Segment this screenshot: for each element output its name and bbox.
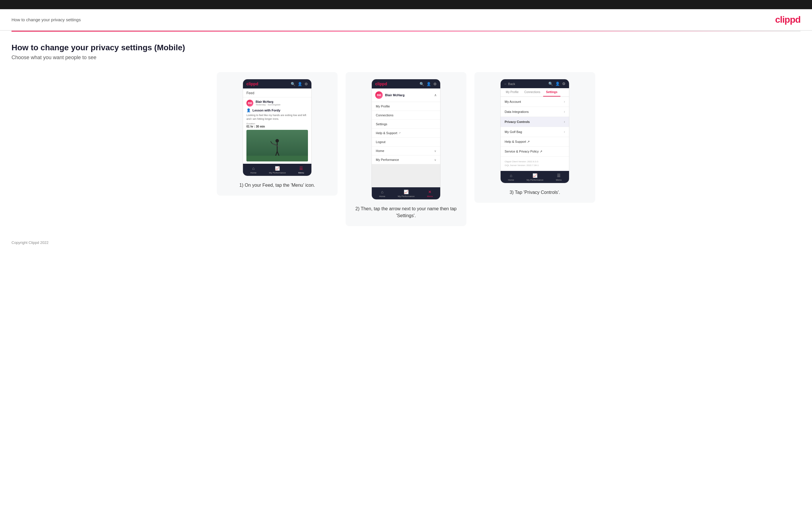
p3-settings-list: My Account › Data Integrations › Privacy… [501,97,569,157]
logo: clippd [775,14,801,25]
p2-nav-performance: 📈 My Performance [398,189,415,198]
header-title: How to change your privacy settings [11,17,81,22]
settings-icon-2: ⚙ [433,82,437,86]
step-3-desc: 3) Tap 'Privacy Controls'. [509,189,560,196]
menu-icon: ☰ [299,166,303,171]
svg-point-0 [275,139,279,143]
settings-item-service[interactable]: Service & Privacy Policy ↗ [501,147,569,157]
p1-user-row: BM Blair McHarg Yesterday · Sunningdale [246,100,308,107]
tab-settings[interactable]: Settings [543,88,560,97]
p1-bottom-nav: ⌂ Home 📈 My Performance ☰ Menu [243,164,311,176]
feed-label: Feed [246,91,254,95]
p1-lesson-row: 👤 Lesson with Fordy [246,108,308,112]
back-button[interactable]: ← Back [504,82,515,86]
p3-bottom-nav: ⌂ Home 📈 My Performance ☰ Menu [501,171,569,183]
step-1-desc: 1) On your Feed, tap the 'Menu' icon. [239,182,315,189]
settings-item-help[interactable]: Help & Support ↗ [501,137,569,147]
p2-nav-close[interactable]: ✕ Menu [427,189,433,198]
search-icon: 🔍 [291,82,295,86]
menu-label: Menu [298,171,304,174]
p1-nav-menu[interactable]: ☰ Menu [298,166,304,174]
performance-icon-2: 📈 [404,189,409,194]
p3-version-info: Clippd Client Version: 2022.8.3-3 GQL Se… [501,157,569,171]
menu-item-connections[interactable]: Connections [372,111,440,120]
version-server: GQL Server Version: 2022.7.30-1 [505,164,565,167]
settings-item-privacy[interactable]: Privacy Controls › [501,117,569,127]
p1-duration-label: Duration [246,122,308,125]
tab-connections[interactable]: Connections [521,88,543,97]
steps-container: clippd 🔍 👤 ⚙ Feed BM Blair [11,72,801,226]
home-label-3: Home [508,179,514,181]
p1-logo: clippd [246,81,258,86]
p3-nav-home: ⌂ Home [508,173,514,181]
p2-logo: clippd [375,81,387,86]
privacy-label: Privacy Controls [505,120,529,123]
menu-item-profile[interactable]: My Profile [372,102,440,111]
p2-dropdown: BM Blair McHarg ∧ My Profile Connections… [372,89,440,164]
step-2-desc: 2) Then, tap the arrow next to your name… [353,206,459,219]
footer: Copyright Clippd 2022 [0,235,812,250]
p2-nav-home: ⌂ Home [379,189,385,198]
service-label: Service & Privacy Policy ↗ [505,150,542,153]
p1-lesson-title: Lesson with Fordy [252,109,281,112]
step-3-card: ← Back 🔍 👤 ⚙ My Profile Connections Sett… [474,72,595,203]
home-icon-2: ⌂ [381,189,383,194]
search-icon-2: 🔍 [419,82,424,86]
step-2-card: clippd 🔍 👤 ⚙ BM Blair McHarg ∧ [346,72,466,226]
menu-item-settings[interactable]: Settings [372,120,440,129]
menu-item-help[interactable]: Help & Support ↗ [372,129,440,137]
menu-label-3: Menu [556,179,562,181]
p2-user-name: Blair McHarg [385,93,405,97]
tab-my-profile[interactable]: My Profile [503,88,521,97]
p1-user-info: Blair McHarg Yesterday · Sunningdale [256,100,281,106]
page-subheading: Choose what you want people to see [11,55,801,61]
settings-item-data[interactable]: Data Integrations › [501,107,569,117]
p1-user-sub: Yesterday · Sunningdale [256,103,281,106]
help-label: Help & Support ↗ [505,140,529,144]
performance-label: My Performance [269,171,286,174]
performance-label-2: My Performance [398,195,415,198]
home-icon: ⌂ [252,166,254,171]
top-bar [0,0,812,9]
settings-icon-3: ⚙ [562,81,566,86]
section-item-home[interactable]: Home ∨ [372,147,440,155]
p2-bottom-nav: ⌂ Home 📈 My Performance ✕ Menu [372,187,440,200]
page-heading: How to change your privacy settings (Mob… [11,43,801,52]
p2-icons: 🔍 👤 ⚙ [419,82,437,86]
settings-item-golf-bag[interactable]: My Golf Bag › [501,127,569,137]
profile-icon-2: 👤 [426,82,431,86]
home-icon-3: ⌂ [510,173,512,178]
settings-item-account[interactable]: My Account › [501,97,569,107]
p1-post: BM Blair McHarg Yesterday · Sunningdale … [243,97,311,164]
p2-user-row: BM Blair McHarg ∧ [372,89,440,102]
p1-nav-performance: 📈 My Performance [269,166,286,174]
close-icon: ✕ [428,189,432,194]
p2-user-left: BM Blair McHarg [375,91,405,99]
chevron-right-data: › [564,110,565,114]
chevron-up-icon[interactable]: ∧ [434,93,437,97]
p1-icons: 🔍 👤 ⚙ [291,82,308,86]
svg-line-6 [272,144,280,147]
p1-duration-val: 01 hr : 30 min [246,125,308,128]
search-icon-3: 🔍 [548,81,553,86]
step-1-card: clippd 🔍 👤 ⚙ Feed BM Blair [217,72,338,195]
p3-nav-menu[interactable]: ☰ Menu [556,173,562,181]
lesson-icon: 👤 [246,108,251,112]
main-content: How to change your privacy settings (Mob… [0,32,812,235]
phone-mockup-3: ← Back 🔍 👤 ⚙ My Profile Connections Sett… [500,79,569,183]
p1-golf-image [246,130,308,161]
p3-nav-performance: 📈 My Performance [526,173,544,181]
p1-feed-tab: Feed [243,89,311,97]
menu-item-logout[interactable]: Logout [372,137,440,147]
p1-user-name: Blair McHarg [256,100,281,103]
chevron-right-golf: › [564,130,565,134]
profile-icon-3: 👤 [555,81,560,86]
chevron-down-performance: ∨ [434,158,436,161]
performance-icon-3: 📈 [532,173,538,178]
svg-line-3 [270,141,272,144]
version-client: Clippd Client Version: 2022.8.3-3 [505,160,565,164]
home-label-2: Home [379,195,385,198]
p2-user-avatar: BM [375,91,383,99]
p3-header: ← Back 🔍 👤 ⚙ [501,79,569,88]
section-item-performance[interactable]: My Performance ∨ [372,155,440,164]
